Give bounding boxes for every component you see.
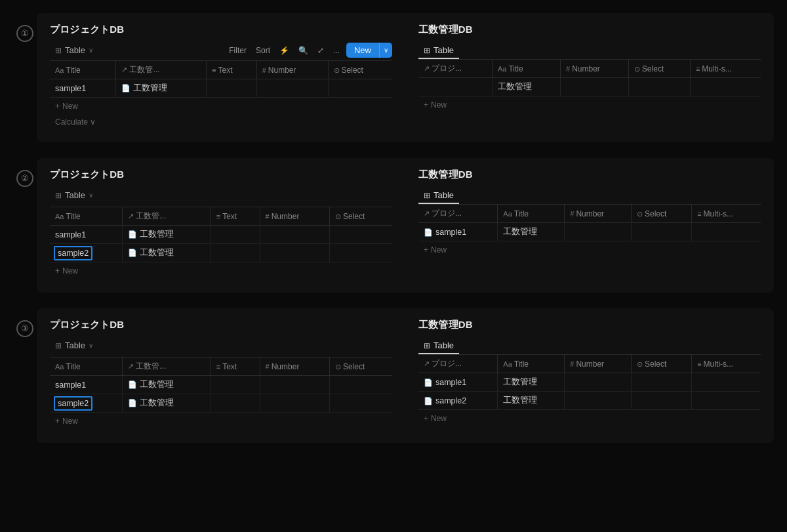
relation-cell: 📄工数管理: [123, 226, 211, 244]
section-wrapper-1: ① プロジェクトDB ⊞ Table ∨ Filter Sort ⚡ 🔍 ⤢ .…: [13, 13, 774, 142]
select-cell[interactable]: [631, 392, 691, 410]
number-cell[interactable]: [260, 226, 329, 244]
header-row: ↗プロジ... AaTitle #Number ⊙Select ≡Multi-s…: [418, 205, 761, 223]
number-cell[interactable]: [260, 244, 329, 262]
add-new-kousu[interactable]: + New: [418, 410, 761, 427]
multi-cell[interactable]: [692, 373, 761, 392]
page-icon: 📄: [121, 84, 131, 92]
relation-cell: 📄sample2: [418, 392, 498, 410]
table-view-tab[interactable]: ⊞ Table ∨: [50, 338, 98, 353]
column-header: ⊙Select: [628, 60, 690, 78]
select-cell[interactable]: [328, 79, 392, 98]
layout-button[interactable]: ⤢: [315, 45, 327, 56]
title-cell[interactable]: 工数管理: [498, 392, 565, 410]
column-header: #Number: [260, 358, 329, 376]
add-new-project[interactable]: + New: [50, 262, 392, 279]
title-cell[interactable]: 工数管理: [498, 223, 565, 241]
col-type-icon: ↗: [424, 209, 430, 218]
table-view-tab[interactable]: ⊞ Table ∨: [50, 188, 98, 203]
title-cell[interactable]: sample1: [50, 226, 123, 244]
col-type-icon: ↗: [424, 359, 430, 368]
kousu-table-tab[interactable]: ⊞ Table: [418, 43, 459, 59]
select-cell[interactable]: [329, 226, 392, 244]
add-new-kousu[interactable]: + New: [418, 96, 761, 113]
page-icon: 📄: [128, 380, 137, 389]
multi-cell[interactable]: [692, 223, 761, 241]
select-cell[interactable]: [628, 78, 690, 96]
header-row: ↗プロジ... AaTitle #Number ⊙Select ≡Multi-s…: [418, 355, 761, 373]
number-cell[interactable]: [561, 78, 629, 96]
table-row: 📄sample1 工数管理: [418, 373, 761, 392]
multi-cell[interactable]: [692, 392, 761, 410]
chevron-icon: ∨: [89, 342, 93, 349]
more-button[interactable]: ...: [331, 45, 342, 56]
kousu-db-title: 工数管理DB: [418, 169, 761, 181]
relation-cell: 📄工数管理: [123, 244, 211, 262]
add-new-label: New: [431, 414, 447, 423]
select-cell[interactable]: [329, 376, 392, 394]
number-cell[interactable]: [565, 373, 632, 392]
text-cell[interactable]: [211, 226, 260, 244]
grid-icon: ⊞: [55, 191, 62, 200]
lightning-button[interactable]: ⚡: [277, 45, 292, 56]
step-badge-2: ②: [13, 158, 37, 187]
number-cell[interactable]: [260, 376, 329, 394]
kousu-table-tab[interactable]: ⊞ Table: [418, 188, 459, 204]
col-type-icon: ↗: [121, 66, 127, 74]
section-2: プロジェクトDB ⊞ Table ∨ AaTitle ↗工数管... ≡Text: [37, 158, 774, 293]
col-type-icon: ⊙: [637, 210, 643, 218]
title-cell[interactable]: 工数管理: [498, 373, 565, 392]
add-new-project[interactable]: + New: [50, 98, 392, 115]
col-type-icon: ⊙: [637, 360, 643, 369]
text-cell[interactable]: [211, 244, 260, 262]
selected-cell[interactable]: sample2: [54, 246, 92, 260]
col-type-icon: Aa: [498, 65, 506, 73]
column-header: AaTitle: [50, 207, 123, 226]
new-chevron-button[interactable]: ∨: [379, 43, 392, 58]
add-new-project[interactable]: + New: [50, 413, 392, 430]
title-cell[interactable]: sample1: [50, 376, 123, 394]
number-cell[interactable]: [565, 392, 632, 410]
chevron-icon: ∨: [89, 192, 93, 199]
add-new-label: New: [62, 102, 78, 111]
title-cell[interactable]: sample2: [50, 244, 123, 262]
text-cell[interactable]: [211, 394, 260, 413]
sort-button[interactable]: Sort: [253, 45, 273, 56]
select-cell[interactable]: [329, 394, 392, 413]
kousu-table-tab[interactable]: ⊞ Table: [418, 338, 459, 354]
select-cell[interactable]: [631, 223, 691, 241]
select-cell[interactable]: [631, 373, 691, 392]
kousu-db-panel: 工数管理DB ⊞ Table ↗プロジ... AaTitle #Number ⊙…: [418, 24, 761, 129]
project-db-panel: プロジェクトDB ⊞ Table ∨ AaTitle ↗工数管... ≡Text: [50, 319, 392, 430]
column-header: ↗工数管...: [116, 61, 207, 79]
title-cell[interactable]: sample2: [50, 394, 123, 413]
filter-button[interactable]: Filter: [226, 45, 249, 56]
calculate-row[interactable]: Calculate ∨: [50, 115, 392, 129]
text-cell[interactable]: [207, 79, 257, 98]
page-icon: 📄: [128, 249, 137, 257]
kousu-db-panel: 工数管理DB ⊞ Table ↗プロジ... AaTitle #Number ⊙…: [418, 169, 761, 279]
section-1: プロジェクトDB ⊞ Table ∨ Filter Sort ⚡ 🔍 ⤢ ...…: [37, 13, 774, 142]
title-cell[interactable]: sample1: [50, 79, 116, 98]
table-row: sample2 📄工数管理: [50, 244, 392, 262]
number-cell[interactable]: [256, 79, 328, 98]
multi-cell[interactable]: [690, 78, 761, 96]
add-new-kousu[interactable]: + New: [418, 241, 761, 258]
col-type-icon: ↗: [128, 362, 134, 371]
text-cell[interactable]: [211, 376, 260, 394]
selected-cell[interactable]: sample2: [54, 396, 92, 411]
search-button[interactable]: 🔍: [296, 45, 311, 56]
number-cell[interactable]: [260, 394, 329, 413]
plus-icon: +: [424, 414, 428, 423]
column-header: ⊙Select: [329, 358, 392, 376]
data-table: AaTitle ↗工数管... ≡Text #Number ⊙Select sa…: [50, 207, 392, 262]
number-cell[interactable]: [565, 223, 632, 241]
page-icon: 📄: [128, 399, 137, 407]
table-view-tab[interactable]: ⊞ Table ∨: [50, 43, 98, 58]
title-cell[interactable]: 工数管理: [492, 78, 560, 96]
grid-icon: ⊞: [55, 46, 62, 55]
col-type-icon: ↗: [424, 64, 430, 73]
select-cell[interactable]: [329, 244, 392, 262]
page-icon: 📄: [424, 228, 433, 237]
new-button[interactable]: New: [346, 43, 379, 58]
